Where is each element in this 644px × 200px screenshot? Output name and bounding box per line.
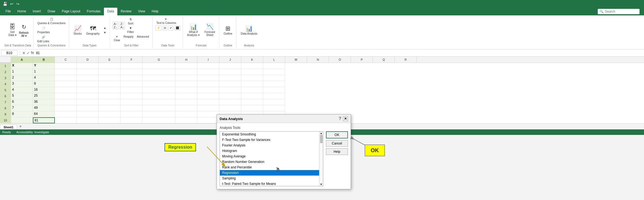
reapply-button[interactable]: Reapply: [122, 35, 135, 42]
row-num-6[interactable]: 6: [0, 93, 11, 99]
cell-G7[interactable]: [143, 99, 175, 105]
list-item[interactable]: Random Number Generation: [220, 159, 323, 165]
cell-H7[interactable]: [175, 99, 197, 105]
col-header-O[interactable]: O: [329, 57, 351, 63]
advanced-button[interactable]: Advanced: [136, 35, 150, 42]
col-header-L[interactable]: L: [263, 57, 285, 63]
cell-E7[interactable]: [99, 99, 121, 105]
cell-A10[interactable]: [11, 117, 33, 123]
outline-button[interactable]: ⊞ Outline: [222, 24, 234, 36]
refresh-all-button[interactable]: ↻: [19, 23, 29, 31]
list-item[interactable]: t-Test: Paired Two Sample for Means: [220, 181, 323, 186]
cell-reference-box[interactable]: B10: [1, 50, 18, 56]
properties-button[interactable]: 📄 Properties: [36, 26, 51, 34]
cell-F6[interactable]: [121, 93, 143, 99]
cell-B6[interactable]: 25: [33, 93, 55, 99]
cell-E2[interactable]: [99, 69, 121, 75]
cell-F2[interactable]: [121, 69, 143, 75]
edit-links-button[interactable]: 🔗 Edit Links: [36, 35, 50, 43]
sheet-tab-1[interactable]: Sheet1: [0, 125, 17, 129]
cell-A6[interactable]: 5: [11, 93, 33, 99]
tab-data[interactable]: Data: [104, 8, 117, 15]
cell-I2[interactable]: [197, 69, 219, 75]
cell-I6[interactable]: [197, 93, 219, 99]
cell-I5[interactable]: [197, 87, 219, 93]
cell-J1[interactable]: [219, 63, 241, 69]
cell-E6[interactable]: [99, 93, 121, 99]
cell-H9[interactable]: [175, 111, 197, 117]
cell-D9[interactable]: [77, 111, 99, 117]
cell-G1[interactable]: [143, 63, 175, 69]
consolidate-button[interactable]: ⬛: [174, 26, 180, 30]
cell-F3[interactable]: [121, 75, 143, 81]
cell-K2[interactable]: [241, 69, 263, 75]
cell-H5[interactable]: [175, 87, 197, 93]
cell-L5[interactable]: [263, 87, 285, 93]
cell-L1[interactable]: [263, 63, 285, 69]
geography-button[interactable]: 🗺 Geography: [84, 24, 101, 36]
row-num-7[interactable]: 7: [0, 99, 11, 105]
cell-G9[interactable]: [143, 111, 175, 117]
row-num-2[interactable]: 2: [0, 69, 11, 75]
tab-formulas[interactable]: Formulas: [84, 8, 104, 15]
cell-F9[interactable]: [121, 111, 143, 117]
cell-B3[interactable]: 4: [33, 75, 55, 81]
col-header-N[interactable]: N: [307, 57, 329, 63]
cell-A3[interactable]: 2: [11, 75, 33, 81]
ok-button[interactable]: OK: [326, 131, 348, 138]
cell-F4[interactable]: [121, 81, 143, 87]
cell-H3[interactable]: [175, 75, 197, 81]
col-header-R[interactable]: R: [395, 57, 417, 63]
cell-B9[interactable]: 64: [33, 111, 55, 117]
cell-C10[interactable]: [55, 117, 77, 123]
cell-K5[interactable]: [241, 87, 263, 93]
scroll-track[interactable]: [320, 135, 323, 183]
cell-J5[interactable]: [219, 87, 241, 93]
undo-icon[interactable]: ↩: [10, 1, 14, 7]
cell-K3[interactable]: [241, 75, 263, 81]
cell-L7[interactable]: [263, 99, 285, 105]
cell-D7[interactable]: [77, 99, 99, 105]
scroll-up-arrow[interactable]: ▲: [320, 132, 322, 135]
col-header-C[interactable]: C: [55, 57, 77, 63]
cell-E8[interactable]: [99, 105, 121, 111]
tab-home[interactable]: Home: [14, 8, 29, 15]
cell-J3[interactable]: [219, 75, 241, 81]
col-header-H[interactable]: H: [175, 57, 197, 63]
cell-C3[interactable]: [55, 75, 77, 81]
row-num-8[interactable]: 8: [0, 105, 11, 111]
cell-C6[interactable]: [55, 93, 77, 99]
help-button[interactable]: Help: [326, 148, 348, 155]
cell-F10[interactable]: [121, 117, 143, 123]
cell-D1[interactable]: [77, 63, 99, 69]
col-header-F[interactable]: F: [121, 57, 143, 63]
cell-G3[interactable]: [143, 75, 175, 81]
cell-J8[interactable]: [219, 105, 241, 111]
data-validation-button[interactable]: ✔: [168, 26, 173, 30]
analysis-tools-list[interactable]: Exponential Smoothing F-Test Two-Sample …: [220, 131, 323, 186]
cell-G5[interactable]: [143, 87, 175, 93]
cell-G2[interactable]: [143, 69, 175, 75]
list-item[interactable]: Sampling: [220, 176, 323, 181]
data-analysis-button[interactable]: 📊 Data Analysis: [239, 24, 259, 36]
cell-G10[interactable]: [143, 117, 175, 123]
cancel-formula-icon[interactable]: ✕: [22, 51, 25, 55]
tab-insert[interactable]: Insert: [29, 8, 44, 15]
cell-C9[interactable]: [55, 111, 77, 117]
col-header-A[interactable]: A: [11, 57, 33, 63]
insert-function-icon[interactable]: fx: [31, 51, 34, 55]
cell-C1[interactable]: [55, 63, 77, 69]
add-sheet-button[interactable]: +: [18, 123, 23, 129]
cell-B1[interactable]: Y: [33, 63, 55, 69]
row-num-3[interactable]: 3: [0, 75, 11, 81]
cell-K4[interactable]: [241, 81, 263, 87]
list-item[interactable]: Histogram: [220, 148, 323, 154]
cell-C7[interactable]: [55, 99, 77, 105]
cell-L3[interactable]: [263, 75, 285, 81]
sort-button[interactable]: ⇅ Sort: [126, 17, 135, 26]
cell-D2[interactable]: [77, 69, 99, 75]
cell-C8[interactable]: [55, 105, 77, 111]
col-header-J[interactable]: J: [219, 57, 241, 63]
cell-A4[interactable]: 3: [11, 81, 33, 87]
tab-review[interactable]: Review: [117, 8, 135, 15]
